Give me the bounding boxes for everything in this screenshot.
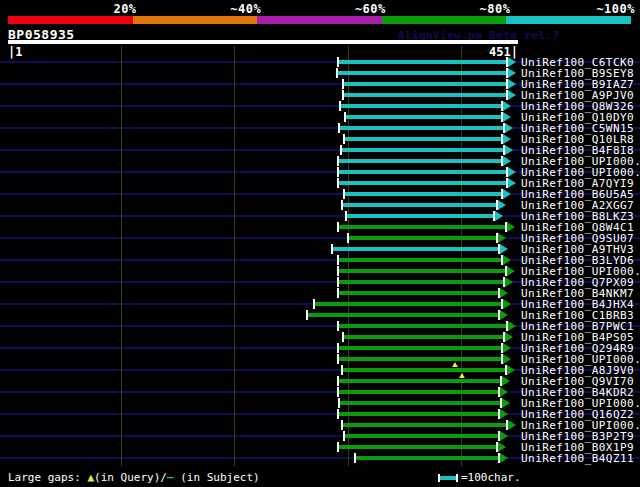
hit-start-tick	[337, 321, 339, 331]
hit-end-tick	[506, 178, 508, 188]
hit-arrowhead-icon	[505, 332, 513, 342]
hit-bar[interactable]	[347, 236, 496, 240]
query-gap-marker-icon	[452, 362, 458, 367]
hit-end-tick	[501, 134, 503, 144]
hit-bar[interactable]	[313, 302, 501, 306]
hit-arrowhead-icon	[508, 68, 516, 78]
hit-arrowhead-icon	[500, 310, 508, 320]
hit-arrowhead-icon	[498, 200, 506, 210]
hit-end-tick	[501, 101, 503, 111]
hit-bar[interactable]	[338, 126, 503, 130]
gaps-legend-subject-text: (in Subject)	[174, 471, 260, 484]
hit-end-tick	[501, 255, 503, 265]
hit-arrowhead-icon	[503, 189, 511, 199]
hit-arrowhead-icon	[502, 376, 510, 386]
hit-bar[interactable]	[337, 60, 506, 64]
hit-end-tick	[498, 310, 500, 320]
hit-bar[interactable]	[336, 71, 506, 75]
hit-bar[interactable]	[337, 379, 500, 383]
hit-start-tick	[354, 453, 356, 463]
gaps-legend-label: Large gaps:	[8, 471, 81, 484]
hit-end-tick	[498, 409, 500, 419]
hit-bar[interactable]	[342, 82, 506, 86]
hit-start-tick	[331, 244, 333, 254]
hit-start-tick	[337, 178, 339, 188]
hit-bar[interactable]	[339, 104, 501, 108]
hit-arrowhead-icon	[500, 431, 508, 441]
hit-end-tick	[506, 90, 508, 100]
hit-bar[interactable]	[337, 280, 503, 284]
hit-arrowhead-icon	[508, 79, 516, 89]
hit-arrowhead-icon	[508, 321, 516, 331]
hit-bar[interactable]	[343, 137, 501, 141]
hit-start-tick	[336, 68, 338, 78]
hit-end-tick	[506, 57, 508, 67]
hit-end-tick	[496, 233, 498, 243]
hit-end-tick	[498, 387, 500, 397]
hit-start-tick	[337, 442, 339, 452]
hit-label[interactable]: UniRef100_B4QZ11	[521, 453, 634, 464]
hit-end-tick	[501, 343, 503, 353]
hit-arrowhead-icon	[502, 398, 510, 408]
hit-bar[interactable]	[337, 346, 501, 350]
hit-bar[interactable]	[337, 390, 498, 394]
hit-arrowhead-icon	[498, 442, 506, 452]
hit-end-tick	[503, 332, 505, 342]
hit-end-tick	[503, 123, 505, 133]
hit-bar[interactable]	[342, 93, 506, 97]
hit-arrowhead-icon	[503, 112, 511, 122]
hit-start-tick	[340, 145, 342, 155]
hit-bar[interactable]	[345, 214, 493, 218]
hit-bar[interactable]	[337, 258, 501, 262]
hit-bar[interactable]	[354, 456, 498, 460]
hit-start-tick	[341, 365, 343, 375]
hit-bar[interactable]	[337, 445, 496, 449]
hit-arrowhead-icon	[508, 90, 516, 100]
hit-arrowhead-icon	[503, 156, 511, 166]
hit-end-tick	[506, 420, 508, 430]
hit-start-tick	[337, 156, 339, 166]
hit-start-tick	[341, 420, 343, 430]
hit-arrowhead-icon	[503, 134, 511, 144]
hit-bar[interactable]	[344, 115, 501, 119]
ruler-gridline	[234, 46, 235, 466]
gaps-legend-query-text: (in Query)/	[94, 471, 167, 484]
hit-bar[interactable]	[343, 434, 498, 438]
hit-bar[interactable]	[341, 203, 496, 207]
hit-bar[interactable]	[337, 159, 501, 163]
gaps-legend: Large gaps: ▲(in Query)/– (in Subject)	[8, 471, 260, 484]
hit-bar[interactable]	[337, 324, 506, 328]
hit-bar[interactable]	[306, 313, 498, 317]
hit-bar[interactable]	[343, 192, 501, 196]
hit-start-tick	[343, 189, 345, 199]
hit-start-tick	[345, 211, 347, 221]
hit-arrowhead-icon	[500, 244, 508, 254]
hit-start-tick	[337, 277, 339, 287]
hit-start-tick	[343, 431, 345, 441]
hit-bar[interactable]	[340, 148, 503, 152]
hit-bar[interactable]	[331, 247, 498, 251]
hit-arrowhead-icon	[500, 409, 508, 419]
hit-bar[interactable]	[342, 335, 503, 339]
hit-bar[interactable]	[337, 269, 505, 273]
hit-start-tick	[337, 354, 339, 364]
hit-arrowhead-icon	[495, 211, 503, 221]
subject-gap-icon: –	[167, 471, 174, 484]
hit-start-tick	[337, 57, 339, 67]
identity-scale-tick-label: ~100%	[555, 2, 635, 16]
hit-bar[interactable]	[338, 401, 500, 405]
hit-bar[interactable]	[337, 181, 506, 185]
alignview-screen: BP058935 AlignView.pm Beta rel.7 |1 451|…	[0, 0, 640, 487]
hit-bar[interactable]	[341, 368, 505, 372]
hit-bar[interactable]	[337, 412, 498, 416]
hit-bar[interactable]	[337, 291, 498, 295]
identity-scale-tick-label: ~80%	[430, 2, 510, 16]
hit-bar[interactable]	[337, 170, 506, 174]
hit-start-tick	[342, 90, 344, 100]
hit-end-tick	[498, 453, 500, 463]
hit-arrowhead-icon	[503, 343, 511, 353]
hit-bar[interactable]	[337, 225, 505, 229]
hit-bar[interactable]	[337, 357, 501, 361]
hit-bar[interactable]	[341, 423, 506, 427]
hit-end-tick	[500, 398, 502, 408]
